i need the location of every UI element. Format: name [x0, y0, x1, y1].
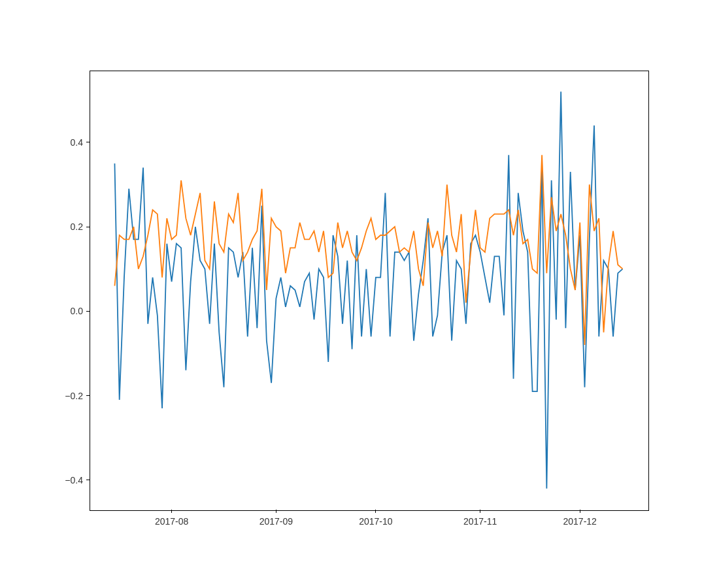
- y-tick-label: −0.2: [50, 391, 83, 401]
- x-tick-mark: [375, 510, 376, 513]
- y-tick-mark: [86, 311, 90, 312]
- line-series-1: [114, 91, 622, 488]
- chart-container: −0.4−0.20.00.20.4 2017-082017-092017-102…: [0, 0, 719, 588]
- x-tick-mark: [580, 510, 580, 513]
- x-tick-label: 2017-11: [463, 516, 497, 527]
- x-tick-label: 2017-08: [155, 516, 188, 527]
- y-tick-mark: [86, 227, 90, 227]
- y-tick-label: 0.2: [50, 221, 83, 232]
- chart-svg: [90, 71, 648, 510]
- y-tick-label: 0.0: [50, 306, 83, 316]
- x-tick-label: 2017-12: [563, 516, 596, 527]
- line-series-2: [114, 155, 622, 345]
- x-tick-label: 2017-10: [359, 516, 392, 527]
- x-tick-mark: [171, 510, 172, 513]
- y-tick-mark: [86, 142, 90, 142]
- y-tick-label: −0.4: [50, 475, 83, 485]
- y-tick-mark: [86, 480, 90, 480]
- y-tick-label: 0.4: [50, 137, 83, 148]
- y-tick-mark: [86, 395, 90, 396]
- x-tick-mark: [480, 510, 480, 513]
- x-tick-mark: [276, 510, 276, 513]
- x-tick-label: 2017-09: [259, 516, 293, 527]
